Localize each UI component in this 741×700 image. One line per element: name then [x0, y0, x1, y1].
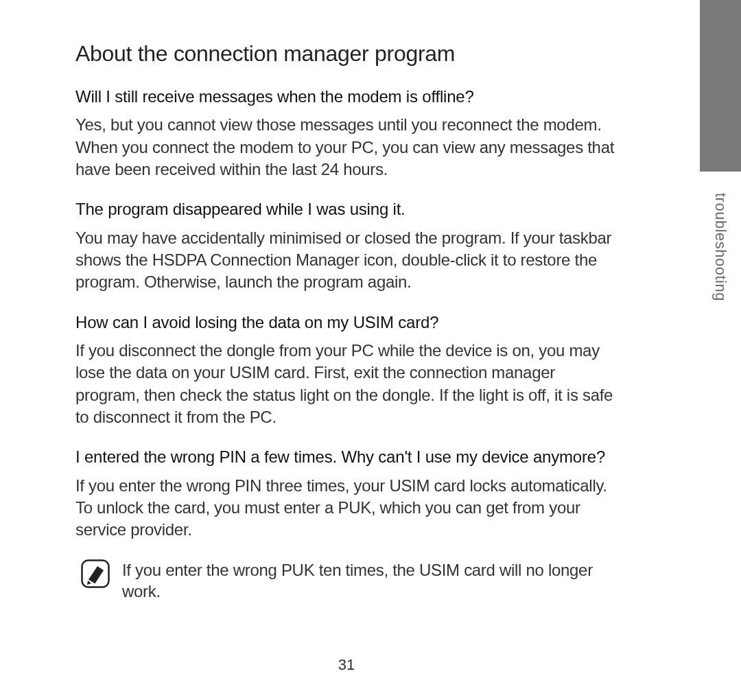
answer-text: Yes, but you cannot view those messages … [75, 114, 618, 180]
page-title: About the connection manager program [75, 41, 618, 67]
question-text: The program disappeared while I was usin… [75, 198, 618, 220]
qa-block: I entered the wrong PIN a few times. Why… [75, 446, 618, 541]
answer-text: If you enter the wrong PIN three times, … [75, 475, 618, 541]
note-row: If you enter the wrong PUK ten times, th… [75, 559, 618, 602]
qa-block: Will I still receive messages when the m… [75, 86, 618, 180]
note-text: If you enter the wrong PUK ten times, th… [122, 559, 618, 602]
question-text: How can I avoid losing the data on my US… [75, 312, 618, 333]
qa-block: The program disappeared while I was usin… [75, 198, 618, 293]
answer-text: You may have accidentally minimised or c… [75, 227, 618, 294]
answer-text: If you disconnect the dongle from your P… [75, 340, 618, 429]
side-tab-text: troubleshooting [711, 193, 729, 301]
note-icon [81, 559, 110, 588]
qa-block: How can I avoid losing the data on my US… [75, 312, 618, 429]
side-tab-label: troubleshooting [700, 172, 741, 323]
question-text: I entered the wrong PIN a few times. Why… [75, 446, 618, 467]
page-number: 31 [0, 656, 693, 674]
question-text: Will I still receive messages when the m… [75, 86, 618, 107]
page-content: About the connection manager program Wil… [0, 0, 693, 602]
side-tab-dark [700, 0, 741, 172]
